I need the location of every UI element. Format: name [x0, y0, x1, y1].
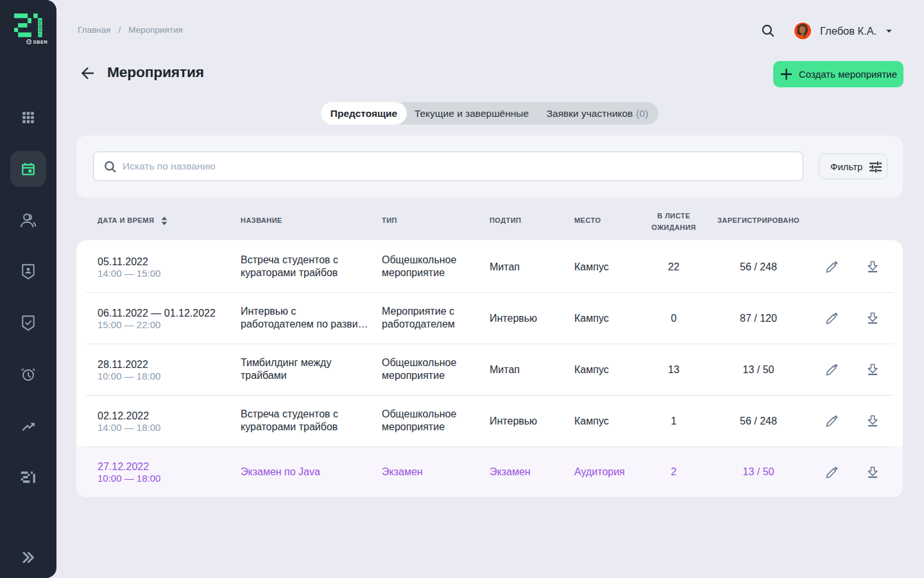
- svg-text:L: L: [39, 33, 41, 36]
